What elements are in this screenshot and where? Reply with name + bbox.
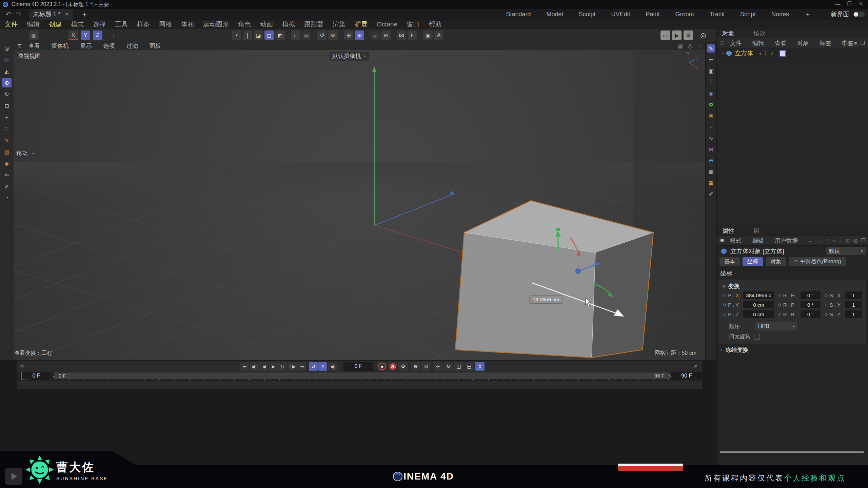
om-hamburger-icon[interactable]: ≡ (720, 39, 724, 47)
cube-object[interactable] (455, 201, 653, 358)
camera-object-icon[interactable]: ▦ (707, 167, 715, 176)
autokey-button[interactable]: A (388, 362, 397, 371)
mograph-cloner-icon[interactable]: ✿ (707, 100, 715, 108)
layout-tab-groom[interactable]: Groom (675, 11, 694, 18)
scale-tool-icon[interactable]: ⊡ (2, 101, 12, 110)
viewport-menu-选项[interactable]: 选项 (103, 42, 115, 50)
layout-tab-sculpt[interactable]: Sculpt (579, 11, 596, 18)
am-menu-用户数据[interactable]: 用户数据 (775, 237, 798, 245)
play-button[interactable]: ▶ (269, 362, 278, 371)
keyframe-dot-icon[interactable]: ◇ (723, 302, 726, 307)
collapse-icon[interactable]: ∨ (722, 284, 726, 289)
record-rotation-toggle[interactable]: ⊹ (433, 362, 442, 371)
grid-snap-icon[interactable]: ⊞ (355, 30, 364, 40)
prev-frame-button[interactable]: ◀ (259, 362, 268, 371)
target-icon[interactable]: ◎ (370, 30, 380, 40)
am-filter-icon[interactable]: ≡ (839, 238, 842, 244)
coord-value-field[interactable]: 0 ° (801, 291, 821, 299)
record-pla-toggle[interactable]: ◳ (454, 362, 463, 371)
keyframe-dot-icon[interactable]: ◇ (778, 302, 781, 307)
camera-label[interactable]: 默认摄像机 ▾ (329, 52, 369, 61)
layout-tab-model[interactable]: Model (546, 11, 563, 18)
symmetry-icon[interactable]: ⊦ (408, 30, 417, 40)
undo-icon[interactable]: ↶ (5, 10, 11, 18)
panel-scrollbar[interactable] (720, 451, 864, 453)
keyframe-dot-icon[interactable]: ◇ (825, 302, 828, 307)
am-search-icon[interactable]: ○ (833, 238, 836, 244)
forward-icon[interactable]: → (817, 237, 823, 244)
menu-item-选择[interactable]: 选择 (93, 20, 106, 29)
live-selection-tool-icon[interactable]: ◎ (2, 43, 12, 53)
knife-tool-icon[interactable]: ✄ (2, 170, 12, 180)
freeze-transform-row[interactable]: › 冻结变换 (717, 345, 868, 354)
axis-y-button[interactable]: Y (81, 30, 90, 40)
solo-icon[interactable]: ◉ (423, 30, 433, 40)
axis-x-button[interactable]: X (68, 30, 78, 40)
interactive-render-icon[interactable]: ◎ (698, 30, 708, 40)
layout-tab-script[interactable]: Script (740, 11, 756, 18)
timeline-panel-toggle[interactable]: ▤ (465, 362, 474, 371)
gear-circle-icon[interactable]: ⊛ (381, 30, 391, 40)
layout-tab-standard[interactable]: Standard (506, 11, 531, 18)
menu-item-模式[interactable]: 模式 (71, 20, 84, 29)
quaternion-checkbox[interactable] (754, 334, 760, 340)
gizmo-toggle-icon[interactable]: ◎ (688, 42, 693, 49)
tweak-tool-icon[interactable]: ◭ (2, 66, 12, 76)
record-scale-toggle[interactable]: ⊘ (421, 362, 431, 371)
am-tab-层[interactable]: 层 (753, 227, 760, 235)
render-settings-icon[interactable]: ⚙ (684, 30, 693, 40)
menu-item-模拟[interactable]: 模拟 (282, 20, 295, 29)
model-mode-icon[interactable]: ◻ (264, 30, 274, 40)
menu-item-体积[interactable]: 体积 (181, 20, 194, 29)
text-spline-icon[interactable]: T (707, 78, 715, 86)
pen-tool-icon[interactable]: ✐ (2, 182, 12, 191)
points-mode-icon[interactable]: • (232, 30, 241, 40)
om-menu-编辑[interactable]: 编辑 (752, 39, 764, 47)
filter-icon[interactable]: ≡ (854, 40, 857, 46)
keyframe-diamond-icon[interactable]: ◇ (20, 363, 24, 369)
viewport-menu-过滤[interactable]: 过滤 (126, 42, 138, 50)
coord-value-field[interactable]: 0 ° (801, 301, 821, 308)
back-icon[interactable]: ← (807, 237, 813, 244)
render-picture-viewer-icon[interactable]: ▶ (672, 30, 682, 40)
keyframe-dot-icon[interactable]: ◇ (778, 312, 781, 317)
render-view-icon[interactable]: ▭ (660, 30, 670, 40)
filter-sliders-icon[interactable]: ≈ (697, 42, 701, 49)
menu-item-运动图形[interactable]: 运动图形 (203, 20, 229, 29)
redo-icon[interactable]: ↷ (16, 10, 22, 18)
add-layout-icon[interactable]: ＋ (805, 10, 811, 18)
viewport-hamburger-icon[interactable]: ≡ (18, 42, 22, 50)
keyframe-dot-icon[interactable]: ◇ (825, 312, 828, 317)
perspective-viewport[interactable]: Y Z X 透视视图 默认摄像机 ▾ 移动 ＋ 查看变换：工程 网格间距：50 … (14, 50, 705, 360)
range-start-field[interactable]: 0 F (22, 372, 51, 380)
coord-value-field[interactable]: 1 (845, 310, 862, 318)
range-end-field[interactable]: 90 F (672, 372, 701, 380)
layout-tab-track[interactable]: Track (710, 11, 725, 18)
object-tree-row[interactable]: └ 立方体 ◐ ●● ✓ (717, 48, 868, 58)
marker-mode-toggle[interactable]: A (318, 362, 327, 371)
attr-tab-坐标[interactable]: 坐标 (743, 257, 763, 266)
coordinate-system-icon[interactable]: ∟ (111, 30, 120, 40)
tab-close-icon[interactable]: ✕ (65, 11, 69, 17)
edges-mode-icon[interactable]: ∣ (243, 30, 252, 40)
new-ui-toggle[interactable] (853, 12, 865, 17)
keyframe-dot-icon[interactable]: ◇ (723, 312, 726, 317)
menu-item-创建[interactable]: 创建 (49, 20, 62, 29)
am-tab-属性[interactable]: 属性 (722, 227, 734, 235)
am-popout-icon[interactable]: ❐ (861, 238, 866, 244)
rotate-tool-icon[interactable]: ↻ (2, 89, 12, 99)
sculpt-tool-icon[interactable]: ◔ (2, 193, 12, 203)
sweep-icon[interactable]: ∿ (707, 134, 715, 142)
attr-tab-基本[interactable]: 基本 (719, 257, 740, 266)
loop-toggle[interactable]: ⇄ (309, 362, 318, 371)
coord-value-field[interactable]: 1 (845, 301, 862, 308)
popout-icon[interactable]: ❐ (861, 40, 865, 46)
workplane-lock-icon[interactable]: ▣ (302, 30, 311, 40)
asset-drawer-icon[interactable]: ▥ (29, 30, 39, 40)
goto-end-button[interactable]: ⇥ (297, 362, 306, 371)
record-keyframe-button[interactable]: ◆ (377, 362, 387, 371)
viewport-menu-显示[interactable]: 显示 (80, 42, 92, 50)
expand-timeline-icon[interactable]: ⇗ (693, 363, 697, 369)
om-tab-场次[interactable]: 场次 (753, 29, 766, 38)
visibility-dots-icon[interactable]: ●● (765, 51, 767, 56)
